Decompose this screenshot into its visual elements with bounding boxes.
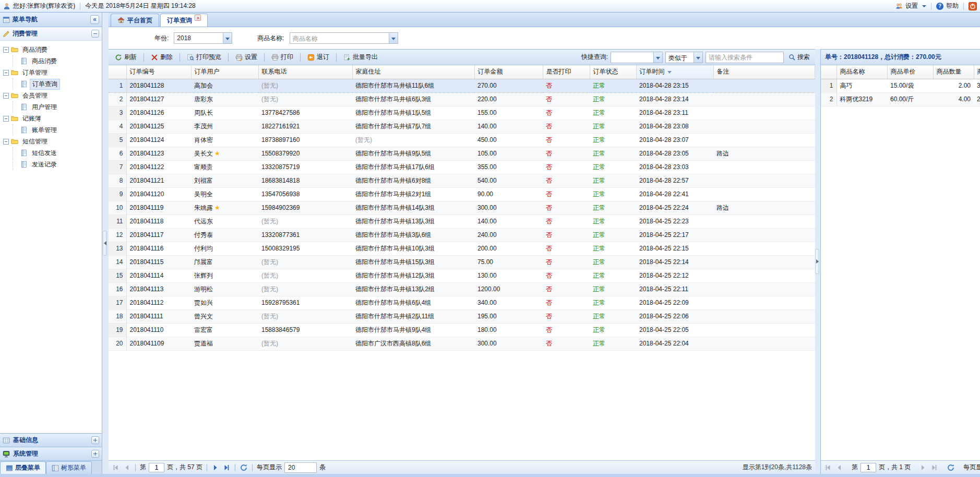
print-settings-button[interactable]: 设置 bbox=[232, 51, 260, 63]
tree-expander-icon[interactable] bbox=[3, 70, 9, 76]
help-button[interactable]: ? 帮助 bbox=[936, 2, 959, 10]
collapse-panel-icon[interactable] bbox=[91, 30, 99, 38]
tree-expander-icon[interactable] bbox=[3, 47, 9, 53]
sidebar-splitter[interactable] bbox=[102, 13, 109, 474]
col-printed[interactable]: 是否打印 bbox=[543, 65, 590, 79]
expand-panel-icon[interactable] bbox=[91, 450, 99, 458]
table-row[interactable]: 8 2018041121 刘祖富★ 18683814818 德阳市什邡市马井镇6… bbox=[109, 174, 815, 187]
table-row[interactable]: 9 2018041120 吴明全★ 13547056938 德阳市什邡市马井镇2… bbox=[109, 187, 815, 201]
tree-expander-icon[interactable] bbox=[3, 116, 9, 122]
table-row[interactable]: 6 2018041123 吴长文★ 15508379920 德阳市什邡市马井镇9… bbox=[109, 147, 815, 160]
col-note[interactable]: 备注 bbox=[713, 65, 815, 79]
col-address[interactable]: 家庭住址 bbox=[352, 65, 474, 79]
accordion-basic-info[interactable]: 基础信息 bbox=[0, 433, 102, 447]
col-order-user[interactable]: 订单用户 bbox=[191, 65, 258, 79]
table-row[interactable]: 1 2018041128 高加会★ (暂无) 德阳市什邡市马井镇11队6组 27… bbox=[109, 79, 815, 92]
tree-folder-orders[interactable]: 订单管理 bbox=[0, 67, 102, 78]
table-row[interactable]: 17 2018041112 贾如兴★ 15928795361 德阳市什邡市马井镇… bbox=[109, 296, 815, 309]
refresh-button[interactable]: 刷新 bbox=[112, 51, 140, 63]
expand-panel-icon[interactable] bbox=[91, 436, 99, 444]
col-phone[interactable]: 联系电话 bbox=[258, 65, 352, 79]
tree-leaf-order-query[interactable]: 订单查询 bbox=[0, 78, 102, 90]
tree-folder-goods[interactable]: 商品消费 bbox=[0, 44, 102, 55]
chevron-down-icon[interactable] bbox=[389, 33, 398, 43]
collapse-detail-handle[interactable] bbox=[815, 249, 819, 274]
tree-folder-ledger[interactable]: 记账簿 bbox=[0, 113, 102, 124]
tree-folder-members[interactable]: 会员管理 bbox=[0, 90, 102, 101]
accordion-system-mgmt[interactable]: 系统管理 bbox=[0, 447, 102, 460]
table-row[interactable]: 2 2018041127 唐彩东★ (暂无) 德阳市什邡市马井镇6队3组 220… bbox=[109, 92, 815, 106]
last-page-icon[interactable] bbox=[930, 463, 938, 472]
delete-button[interactable]: 删除 bbox=[148, 51, 176, 63]
refresh-grid-icon[interactable] bbox=[947, 463, 955, 472]
table-row[interactable]: 19 2018041110 雷宏富★ 15883846579 德阳市什邡市马井镇… bbox=[109, 323, 815, 337]
search-button[interactable]: 搜索 bbox=[786, 52, 812, 63]
table-row[interactable]: 10 2018041119 朱姚露★ 15984902369 德阳市什邡市马井镇… bbox=[109, 201, 815, 214]
col-order-id[interactable]: 订单编号 bbox=[126, 65, 191, 79]
tree-leaf-user-mgmt[interactable]: 用户管理 bbox=[0, 101, 102, 113]
page-number-input[interactable] bbox=[861, 463, 876, 472]
detail-panel-splitter[interactable] bbox=[815, 49, 820, 474]
chevron-down-icon[interactable] bbox=[694, 52, 702, 63]
print-button[interactable]: 打印 bbox=[268, 51, 296, 63]
table-row[interactable]: 16 2018041113 游明松★ (暂无) 德阳市什邡市马井镇13队2组 1… bbox=[109, 282, 815, 296]
table-row[interactable]: 4 2018041125 李茂州★ 18227161921 德阳市什邡市马井镇7… bbox=[109, 120, 815, 133]
product-select[interactable]: 商品名称 bbox=[290, 32, 398, 44]
table-row[interactable]: 13 2018041116 付利均★ 15008329195 德阳市什邡市马井镇… bbox=[109, 242, 815, 255]
close-tab-icon[interactable] bbox=[195, 15, 201, 21]
tab-cascade-menu[interactable]: 层叠菜单 bbox=[0, 461, 46, 474]
sidebar-collapse-button[interactable]: « bbox=[90, 15, 99, 24]
next-page-icon[interactable] bbox=[919, 463, 927, 472]
table-row[interactable]: 5 2018041124 肖体密★ 18738897160 (暂无) 450.0… bbox=[109, 133, 815, 147]
print-preview-button[interactable]: 打印预览 bbox=[184, 51, 224, 63]
last-page-icon[interactable] bbox=[222, 463, 231, 472]
tree-expander-icon[interactable] bbox=[3, 93, 9, 99]
tree-leaf-goods-consume[interactable]: 商品消费 bbox=[0, 55, 102, 67]
match-mode-select[interactable]: 类似于 bbox=[665, 52, 703, 63]
table-row[interactable]: 18 2018041111 曾兴文★ (暂无) 德阳市什邡市马井镇2队11组 1… bbox=[109, 309, 815, 323]
table-row[interactable]: 12 2018041117 付秀泰★ 13320877361 德阳市什邡市马井镇… bbox=[109, 228, 815, 242]
table-row[interactable]: 3 2018041126 周队长★ 13778427586 德阳市什邡市马井镇1… bbox=[109, 106, 815, 120]
quick-search-field-select[interactable] bbox=[611, 52, 663, 63]
col-line-amount[interactable]: 商品金额 bbox=[974, 65, 980, 79]
tab-platform-home[interactable]: 平台首页 bbox=[111, 14, 159, 27]
tab-tree-menu[interactable]: 树形菜单 bbox=[46, 461, 92, 474]
tab-order-query[interactable]: 订单查询 bbox=[160, 14, 208, 27]
table-row[interactable]: 1 高巧 15.00/袋 2.00 30.00 bbox=[821, 79, 980, 92]
batch-export-button[interactable]: 批量导出 bbox=[340, 51, 381, 63]
first-page-icon[interactable] bbox=[824, 463, 832, 472]
first-page-icon[interactable] bbox=[112, 463, 120, 472]
tree-leaf-bill-mgmt[interactable]: 账单管理 bbox=[0, 124, 102, 136]
page-number-input[interactable] bbox=[149, 463, 164, 472]
prev-page-icon[interactable] bbox=[835, 463, 843, 472]
chevron-down-icon[interactable] bbox=[653, 52, 662, 63]
collapse-sidebar-handle[interactable] bbox=[103, 231, 107, 256]
refresh-grid-icon[interactable] bbox=[240, 463, 248, 472]
tree-expander-icon[interactable] bbox=[3, 139, 9, 145]
col-unit-price[interactable]: 商品单价 bbox=[887, 65, 933, 79]
chevron-down-icon[interactable] bbox=[308, 463, 316, 472]
col-product-name[interactable]: 商品名称 bbox=[836, 65, 887, 79]
table-row[interactable]: 15 2018041114 张辉列★ (暂无) 德阳市什邡市马井镇12队3组 1… bbox=[109, 269, 815, 282]
col-quantity[interactable]: 商品数量 bbox=[933, 65, 974, 79]
per-page-select[interactable]: 20 bbox=[284, 462, 317, 473]
table-row[interactable]: 20 2018041109 贾道福★ (暂无) 德阳市广汉市西高镇8队6组 30… bbox=[109, 337, 815, 350]
chevron-down-icon[interactable] bbox=[223, 33, 232, 43]
table-row[interactable]: 14 2018041115 邝晨富★ (暂无) 德阳市什邡市马井镇15队3组 7… bbox=[109, 255, 815, 269]
table-row[interactable]: 7 2018041122 甯顺贵★ 13320875719 德阳市什邡市马井镇1… bbox=[109, 160, 815, 174]
tree-leaf-sms-send[interactable]: 短信发送 bbox=[0, 147, 102, 159]
year-select[interactable]: 2018 bbox=[174, 32, 232, 44]
next-page-icon[interactable] bbox=[211, 463, 220, 472]
unsubscribe-button[interactable]: 退订 bbox=[304, 51, 332, 63]
logout-icon[interactable] bbox=[969, 2, 977, 10]
table-row[interactable]: 11 2018041118 代远东★ (暂无) 德阳市什邡市马井镇13队3组 1… bbox=[109, 214, 815, 228]
col-status[interactable]: 订单状态 bbox=[590, 65, 636, 79]
col-order-time[interactable]: 订单时间 bbox=[636, 65, 713, 79]
col-amount[interactable]: 订单金额 bbox=[474, 65, 543, 79]
tree-leaf-sms-log[interactable]: 发送记录 bbox=[0, 159, 102, 170]
table-row[interactable]: 2 科两优3219 60.00/斤 4.00 240.00 bbox=[821, 92, 980, 106]
settings-menu-button[interactable]: 设置 bbox=[895, 2, 926, 10]
prev-page-icon[interactable] bbox=[123, 463, 131, 472]
search-input[interactable] bbox=[706, 52, 784, 63]
tree-folder-sms[interactable]: 短信管理 bbox=[0, 136, 102, 147]
